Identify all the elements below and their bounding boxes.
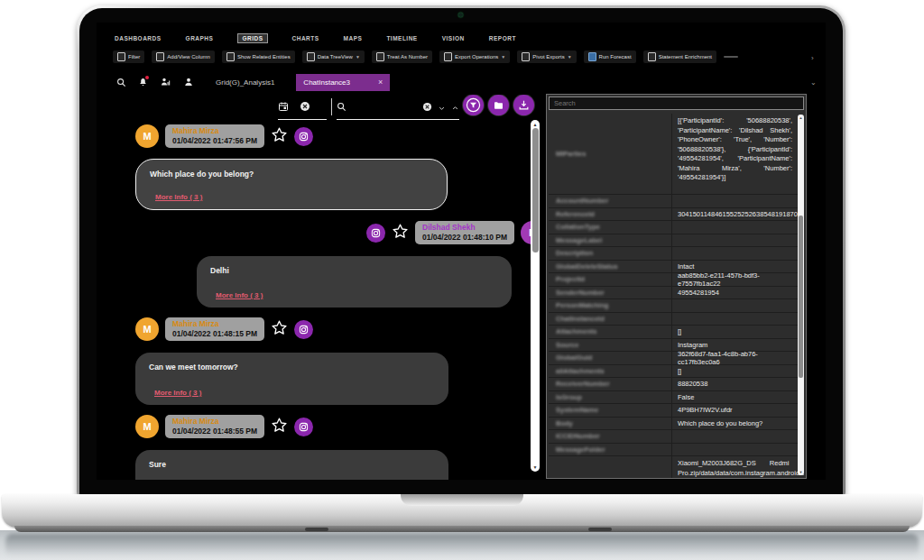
export-operations-button[interactable]: Export Operations ▼: [439, 50, 510, 63]
star-favorite-icon[interactable]: [271, 417, 288, 437]
search-icon[interactable]: [116, 78, 126, 87]
property-row[interactable]: MIParties [{'ParticipantId': '5068882053…: [549, 114, 804, 195]
property-value: 88820538: [671, 378, 804, 390]
properties-scrollbar[interactable]: ▲ ▼: [798, 115, 804, 475]
more-info-link[interactable]: More Info ( 3 ): [155, 193, 202, 201]
property-row[interactable]: MessageLabel: [549, 234, 804, 248]
person-icon[interactable]: [183, 77, 194, 87]
close-icon[interactable]: ×: [378, 78, 383, 87]
filter-button[interactable]: Filter: [113, 50, 144, 63]
show-related-entities-button[interactable]: Show Related Entities: [222, 50, 295, 63]
avatar: M: [135, 317, 159, 341]
menu-item-grids[interactable]: GRIDS: [237, 33, 267, 43]
property-label: SystemName: [549, 404, 671, 417]
property-label: SenderNumber: [549, 287, 671, 299]
property-row[interactable]: ProjectId aab85bb2-e211-457b-bdf3-e7557f…: [549, 273, 804, 287]
scroll-up-icon[interactable]: ▲: [531, 122, 540, 127]
tab-strip: Grid(G)_Analysis1 ChatInstance3 ×: [97, 72, 826, 92]
message-timestamp: 01/04/2022 01:48:15 PM: [172, 329, 257, 339]
chevron-up-icon[interactable]: [451, 99, 459, 115]
download-button[interactable]: [513, 95, 534, 115]
property-row[interactable]: ReferenceId 3041501148461552525263854819…: [549, 208, 804, 222]
menu-item-charts[interactable]: CHARTS: [292, 35, 319, 41]
chat-scrollbar[interactable]: ▲ ▼: [531, 120, 540, 472]
person-analytics-icon[interactable]: [160, 77, 171, 87]
message-bubble[interactable]: Which place do you belong? More Info ( 3…: [135, 159, 448, 210]
property-row[interactable]: PersonMatching: [549, 299, 804, 313]
add-view-column-button[interactable]: Add/View Column: [152, 50, 215, 63]
chevron-down-icon[interactable]: [438, 99, 446, 115]
property-value: 49554281954: [671, 287, 804, 299]
property-row[interactable]: ReceiverNumber 88820538: [549, 378, 804, 391]
laptop-base-edge: [14, 526, 910, 532]
clear-search-icon[interactable]: [422, 99, 432, 115]
property-value: [671, 430, 804, 443]
treat-as-number-button[interactable]: Treat As Number: [372, 50, 432, 63]
star-favorite-icon[interactable]: [392, 223, 409, 243]
pivot-exports-button[interactable]: Pivot Exports ▼: [517, 50, 576, 63]
property-row[interactable]: ICCIDNumber: [549, 430, 804, 444]
menu-item-timeline[interactable]: TIMELINE: [386, 35, 417, 41]
menu-item-report[interactable]: REPORT: [489, 35, 516, 41]
property-label: ReferenceId: [549, 208, 671, 221]
add-view-column-icon: [156, 52, 164, 61]
scroll-down-icon[interactable]: ▼: [798, 470, 804, 474]
open-folder-button[interactable]: [488, 95, 509, 115]
property-row[interactable]: Xiaomi_M2003J682G_DS Redmi Note 9 Pro.zi…: [549, 456, 804, 478]
scroll-up-icon[interactable]: ▲: [798, 115, 804, 120]
property-row[interactable]: Attachments []: [549, 326, 804, 339]
filter-chat-button[interactable]: [463, 95, 484, 115]
run-forecast-button[interactable]: Run Forecast: [584, 50, 636, 63]
statement-enrichment-button[interactable]: Statement Enrichment: [643, 50, 716, 63]
menu-item-graphs[interactable]: GRAPHS: [186, 35, 214, 41]
menu-item-maps[interactable]: MAPS: [344, 35, 363, 41]
clear-date-icon[interactable]: [300, 99, 310, 115]
property-row[interactable]: allAttachments []: [549, 365, 804, 379]
message-bubble[interactable]: Sure: [135, 450, 448, 480]
message-bubble[interactable]: Can we meet tomorrow? More Info ( 3 ): [135, 353, 448, 405]
property-row[interactable]: IsGroup False: [549, 391, 804, 405]
tab-grid-analysis1[interactable]: Grid(G)_Analysis1: [207, 74, 283, 91]
ribbon-scroll-right-icon[interactable]: ›: [811, 54, 814, 62]
properties-search-input[interactable]: [550, 99, 803, 107]
property-label: MessageLabel: [549, 234, 671, 247]
menu-bar: DASHBOARDS GRAPHS GRIDS CHARTS MAPS TIME…: [115, 33, 516, 43]
menu-item-dashboards[interactable]: DASHBOARDS: [115, 35, 162, 41]
property-label: MessageFolder: [549, 444, 671, 456]
more-info-link[interactable]: More Info ( 3 ): [154, 389, 201, 397]
property-row[interactable]: Description: [549, 247, 804, 261]
message-bubble[interactable]: Delhi More Info ( 3 ): [197, 256, 512, 308]
property-row[interactable]: AccountNumber: [549, 195, 804, 208]
sender-name: Dilshad Shekh: [422, 223, 507, 233]
properties-scrollbar-thumb[interactable]: [799, 216, 803, 378]
property-row[interactable]: Body Which place do you belong?: [549, 418, 804, 431]
dropdown-caret-icon: ▼: [356, 55, 360, 60]
property-row[interactable]: SystemName 4P9BH7IW2V.ufdr: [549, 404, 804, 418]
more-info-link[interactable]: More Info ( 3 ): [216, 291, 263, 299]
avatar: M: [135, 415, 159, 438]
property-row[interactable]: ChatInstanceId: [549, 313, 804, 326]
star-favorite-icon[interactable]: [271, 319, 288, 340]
property-value: 30415011484615525252638548191870976: [671, 208, 804, 221]
property-label: ProjectId: [549, 273, 671, 286]
star-favorite-icon[interactable]: [271, 126, 288, 147]
property-label: PersonMatching: [549, 299, 671, 312]
property-row[interactable]: CollationType: [549, 221, 804, 234]
chat-view: M Mahira Mirza 01/04/2022 01:47:56 PM Wh…: [116, 95, 540, 480]
ribbon-overflow-handle[interactable]: [724, 56, 738, 58]
property-row[interactable]: MessageFolder: [549, 444, 804, 457]
property-row[interactable]: GlobalGuid 362f68d7-faa1-4c8b-ab76-cc17f…: [549, 352, 804, 365]
avatar: M: [135, 124, 159, 148]
properties-panel: MIParties [{'ParticipantId': '5068882053…: [546, 94, 807, 479]
calendar-icon[interactable]: [278, 99, 289, 115]
property-row[interactable]: SenderNumber 49554281954: [549, 287, 804, 300]
chat-search-input[interactable]: [352, 101, 417, 114]
data-treeview-button[interactable]: Data TreeView ▼: [302, 50, 365, 63]
scroll-down-icon[interactable]: ▼: [531, 464, 540, 470]
search-icon[interactable]: [337, 99, 346, 115]
chat-scrollbar-thumb[interactable]: [532, 128, 539, 252]
menu-item-vision[interactable]: VISION: [442, 35, 465, 41]
notifications-bell-icon[interactable]: [138, 77, 148, 87]
laptop-foot: [588, 528, 612, 531]
tab-chatinstance3[interactable]: ChatInstance3 ×: [296, 74, 390, 91]
